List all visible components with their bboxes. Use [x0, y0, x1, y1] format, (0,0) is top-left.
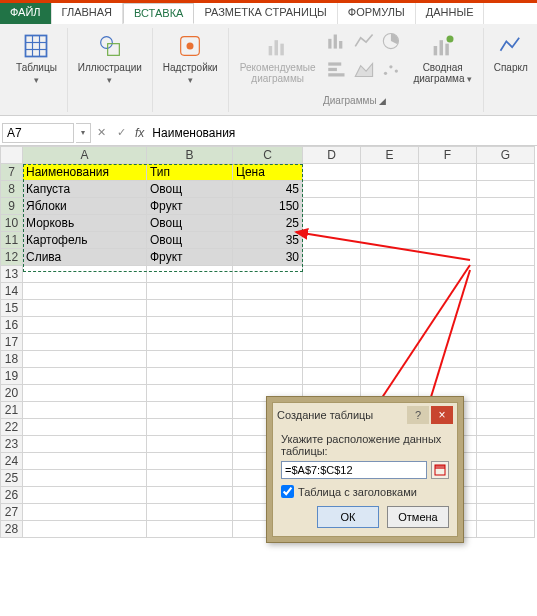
row-header[interactable]: 7: [1, 164, 23, 181]
cell[interactable]: 25: [233, 215, 303, 232]
row-header[interactable]: 22: [1, 419, 23, 436]
range-selector-button[interactable]: [431, 461, 449, 479]
formula-input[interactable]: Наименования: [148, 124, 537, 142]
cell[interactable]: [303, 164, 361, 181]
column-chart-icon[interactable]: [325, 30, 351, 52]
illustrations-button[interactable]: Иллюстрации: [74, 30, 146, 88]
row-header[interactable]: 9: [1, 198, 23, 215]
cancel-button[interactable]: Отмена: [387, 506, 449, 528]
cell[interactable]: [303, 232, 361, 249]
col-header-e[interactable]: E: [361, 147, 419, 164]
tables-button[interactable]: Таблицы: [12, 30, 61, 88]
col-header-c[interactable]: C: [233, 147, 303, 164]
cell[interactable]: Капуста: [23, 181, 147, 198]
confirm-edit-icon[interactable]: ✓: [111, 126, 131, 139]
row-header[interactable]: 18: [1, 351, 23, 368]
cell[interactable]: [477, 232, 535, 249]
cell[interactable]: [303, 181, 361, 198]
cell[interactable]: Наименования: [23, 164, 147, 181]
tab-data[interactable]: ДАННЫЕ: [416, 3, 485, 24]
pie-chart-icon[interactable]: [379, 30, 405, 52]
tab-page-layout[interactable]: РАЗМЕТКА СТРАНИЦЫ: [194, 3, 337, 24]
row-header[interactable]: 27: [1, 504, 23, 521]
row-header[interactable]: 13: [1, 266, 23, 283]
cell[interactable]: Овощ: [147, 215, 233, 232]
row-header[interactable]: 23: [1, 436, 23, 453]
cell[interactable]: [419, 232, 477, 249]
row-header[interactable]: 16: [1, 317, 23, 334]
headers-checkbox[interactable]: [281, 485, 294, 498]
row-header[interactable]: 26: [1, 487, 23, 504]
tab-formulas[interactable]: ФОРМУЛЫ: [338, 3, 416, 24]
row-header[interactable]: 8: [1, 181, 23, 198]
cell[interactable]: Овощ: [147, 181, 233, 198]
cell[interactable]: Морковь: [23, 215, 147, 232]
row-header[interactable]: 24: [1, 453, 23, 470]
cell[interactable]: Цена: [233, 164, 303, 181]
cell[interactable]: [419, 164, 477, 181]
headers-checkbox-label[interactable]: Таблица с заголовками: [298, 486, 417, 498]
cell[interactable]: [477, 164, 535, 181]
cell[interactable]: Овощ: [147, 232, 233, 249]
cell[interactable]: 35: [233, 232, 303, 249]
scatter-chart-icon[interactable]: [379, 59, 405, 81]
fx-icon[interactable]: fх: [131, 126, 148, 140]
row-header[interactable]: 17: [1, 334, 23, 351]
cell[interactable]: [477, 249, 535, 266]
cell[interactable]: Фрукт: [147, 249, 233, 266]
cell[interactable]: [361, 181, 419, 198]
cell[interactable]: 30: [233, 249, 303, 266]
row-header[interactable]: 25: [1, 470, 23, 487]
cell[interactable]: [361, 198, 419, 215]
cell[interactable]: [361, 249, 419, 266]
cell[interactable]: [361, 232, 419, 249]
cell[interactable]: 45: [233, 181, 303, 198]
cell[interactable]: [303, 215, 361, 232]
row-header[interactable]: 12: [1, 249, 23, 266]
area-chart-icon[interactable]: [352, 59, 378, 81]
cell[interactable]: 150: [233, 198, 303, 215]
addins-button[interactable]: Надстройки: [159, 30, 222, 88]
col-header-f[interactable]: F: [419, 147, 477, 164]
tab-file[interactable]: ФАЙЛ: [0, 3, 52, 24]
cell[interactable]: [477, 215, 535, 232]
row-header[interactable]: 14: [1, 283, 23, 300]
ok-button[interactable]: ОК: [317, 506, 379, 528]
cell[interactable]: [303, 249, 361, 266]
cell[interactable]: [419, 181, 477, 198]
name-box[interactable]: [2, 123, 74, 143]
row-header[interactable]: 11: [1, 232, 23, 249]
row-header[interactable]: 28: [1, 521, 23, 538]
select-all-cell[interactable]: [1, 147, 23, 164]
dialog-titlebar[interactable]: Создание таблицы ? ×: [273, 403, 457, 427]
row-header[interactable]: 15: [1, 300, 23, 317]
cell[interactable]: [419, 198, 477, 215]
col-header-b[interactable]: B: [147, 147, 233, 164]
recommended-charts-button[interactable]: Рекомендуемые диаграммы: [235, 30, 321, 87]
tab-insert[interactable]: ВСТАВКА: [123, 3, 194, 24]
cell[interactable]: Картофель: [23, 232, 147, 249]
cell[interactable]: Тип: [147, 164, 233, 181]
cell[interactable]: [361, 215, 419, 232]
row-header[interactable]: 20: [1, 385, 23, 402]
line-chart-icon[interactable]: [352, 30, 378, 52]
pivot-chart-button[interactable]: Сводная диаграмма: [409, 30, 477, 87]
cancel-edit-icon[interactable]: ✕: [91, 126, 111, 139]
cell[interactable]: [361, 164, 419, 181]
cell[interactable]: [419, 215, 477, 232]
col-header-g[interactable]: G: [477, 147, 535, 164]
bar-chart-icon[interactable]: [325, 59, 351, 81]
dialog-help-button[interactable]: ?: [407, 406, 429, 424]
cell[interactable]: [477, 198, 535, 215]
cell[interactable]: [419, 249, 477, 266]
row-header[interactable]: 21: [1, 402, 23, 419]
row-header[interactable]: 19: [1, 368, 23, 385]
tab-home[interactable]: ГЛАВНАЯ: [52, 3, 123, 24]
cell[interactable]: Фрукт: [147, 198, 233, 215]
cell[interactable]: [303, 198, 361, 215]
charts-dialog-launcher[interactable]: ◢: [379, 96, 388, 106]
col-header-d[interactable]: D: [303, 147, 361, 164]
name-box-dropdown[interactable]: ▾: [76, 123, 91, 143]
sparklines-button[interactable]: Спаркл: [490, 30, 532, 75]
col-header-a[interactable]: A: [23, 147, 147, 164]
